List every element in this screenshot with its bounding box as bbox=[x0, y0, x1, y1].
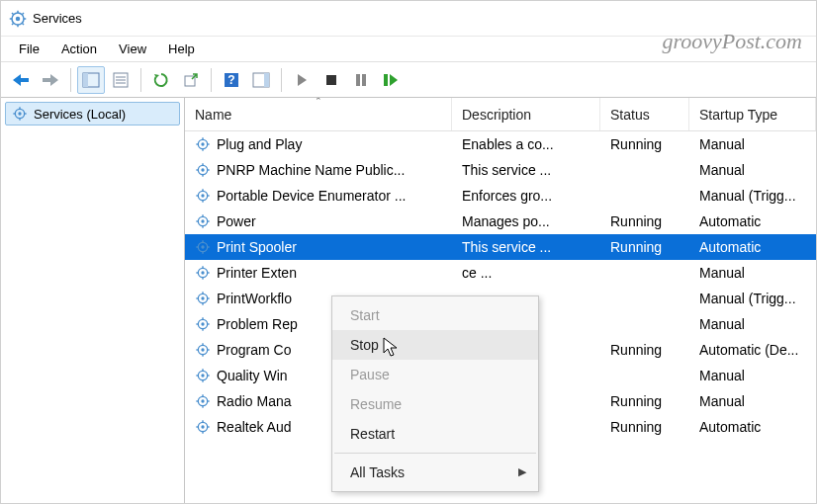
service-status-cell bbox=[600, 286, 689, 311]
context-menu-all-tasks[interactable]: All Tasks ▶ bbox=[332, 458, 538, 487]
column-status[interactable]: Status bbox=[600, 98, 689, 130]
back-button[interactable] bbox=[7, 66, 35, 94]
gear-icon bbox=[195, 239, 211, 255]
column-startup-type[interactable]: Startup Type bbox=[689, 98, 816, 130]
menu-action[interactable]: Action bbox=[51, 39, 107, 59]
window-title: Services bbox=[33, 11, 82, 26]
service-status-cell bbox=[600, 363, 689, 388]
help-button[interactable]: ? bbox=[218, 66, 245, 94]
export-button[interactable] bbox=[177, 66, 205, 94]
service-startup-cell: Manual (Trigg... bbox=[689, 286, 816, 311]
context-menu-restart[interactable]: Restart bbox=[332, 419, 538, 449]
service-name-cell: Printer Exten bbox=[185, 260, 452, 286]
show-hide-tree-button[interactable] bbox=[77, 66, 105, 94]
toolbar-separator bbox=[140, 68, 141, 92]
service-description-cell: ce ... bbox=[452, 260, 600, 286]
svg-rect-24 bbox=[384, 74, 388, 86]
context-menu-resume: Resume bbox=[332, 389, 538, 419]
service-row[interactable]: PowerManages po...RunningAutomatic bbox=[185, 209, 816, 234]
gear-icon bbox=[195, 136, 211, 152]
service-startup-cell: Manual bbox=[689, 157, 816, 183]
service-name: Quality Win bbox=[217, 368, 288, 383]
service-startup-cell: Manual (Trigg... bbox=[689, 183, 816, 209]
svg-rect-22 bbox=[356, 74, 360, 86]
gear-icon bbox=[195, 213, 211, 229]
tree-root-services-local[interactable]: Services (Local) bbox=[5, 102, 180, 126]
toolbar-separator bbox=[70, 68, 71, 92]
service-startup-cell: Manual bbox=[689, 260, 816, 286]
svg-rect-21 bbox=[326, 75, 336, 85]
gear-icon bbox=[195, 316, 211, 332]
service-context-menu: StartStopPauseResumeRestart All Tasks ▶ bbox=[331, 295, 539, 492]
menu-file[interactable]: File bbox=[9, 39, 49, 59]
context-menu-start: Start bbox=[332, 300, 538, 330]
grid-header: ⌃ Name Description Status Startup Type bbox=[185, 98, 816, 131]
properties-button[interactable] bbox=[107, 66, 135, 94]
services-app-icon bbox=[9, 10, 27, 28]
service-status-cell bbox=[600, 157, 689, 183]
service-startup-cell: Manual bbox=[689, 131, 816, 157]
service-startup-cell: Automatic bbox=[689, 414, 816, 440]
service-status-cell: Running bbox=[600, 234, 689, 260]
menu-view[interactable]: View bbox=[109, 39, 156, 59]
restart-service-button[interactable] bbox=[377, 66, 405, 94]
service-name: Portable Device Enumerator ... bbox=[217, 188, 406, 204]
refresh-button[interactable] bbox=[147, 66, 175, 94]
svg-point-98 bbox=[201, 425, 204, 428]
service-name-cell: Portable Device Enumerator ... bbox=[185, 183, 452, 209]
service-description-cell: Enables a co... bbox=[452, 131, 600, 157]
context-menu-stop[interactable]: Stop bbox=[332, 330, 538, 360]
svg-point-26 bbox=[18, 112, 21, 115]
service-row[interactable]: PNRP Machine Name Public...This service … bbox=[185, 157, 816, 183]
gear-icon bbox=[195, 265, 211, 281]
service-name: PNRP Machine Name Public... bbox=[217, 162, 405, 178]
svg-point-80 bbox=[201, 348, 204, 351]
svg-rect-23 bbox=[362, 74, 366, 86]
service-startup-cell: Manual bbox=[689, 388, 816, 414]
service-name: PrintWorkflo bbox=[217, 291, 292, 306]
context-menu-pause: Pause bbox=[332, 360, 538, 389]
service-description-cell: Manages po... bbox=[452, 209, 600, 234]
svg-point-38 bbox=[201, 168, 204, 171]
service-row[interactable]: Portable Device Enumerator ...Enforces g… bbox=[185, 183, 816, 209]
service-description-cell: This service ... bbox=[452, 234, 600, 260]
column-description[interactable]: Description bbox=[452, 98, 600, 130]
service-status-cell: Running bbox=[600, 209, 689, 234]
service-description-cell: Enforces gro... bbox=[452, 183, 600, 209]
service-row[interactable]: Print SpoolerThis service ...RunningAuto… bbox=[185, 234, 816, 260]
service-row[interactable]: Printer Extence ...Manual bbox=[185, 260, 816, 286]
menu-help[interactable]: Help bbox=[158, 39, 205, 59]
svg-point-56 bbox=[201, 245, 204, 248]
service-name: Problem Rep bbox=[217, 316, 298, 332]
service-name: Printer Exten bbox=[217, 265, 297, 281]
svg-point-44 bbox=[201, 194, 204, 197]
service-name: Radio Mana bbox=[217, 393, 292, 409]
gear-icon bbox=[195, 188, 211, 204]
action-pane-button[interactable] bbox=[247, 66, 275, 94]
gear-icon bbox=[195, 368, 211, 383]
svg-point-74 bbox=[201, 322, 204, 325]
console-tree: Services (Local) bbox=[1, 98, 185, 503]
column-name[interactable]: ⌃ Name bbox=[185, 98, 452, 130]
pause-service-button[interactable] bbox=[347, 66, 375, 94]
service-name: Program Co bbox=[217, 342, 291, 358]
titlebar: Services bbox=[1, 1, 816, 37]
menubar: File Action View Help bbox=[1, 37, 816, 62]
service-status-cell: Running bbox=[600, 388, 689, 414]
stop-service-button[interactable] bbox=[318, 66, 345, 94]
service-row[interactable]: Plug and PlayEnables a co...RunningManua… bbox=[185, 131, 816, 157]
svg-point-32 bbox=[201, 142, 204, 145]
service-name: Print Spooler bbox=[217, 239, 297, 255]
service-startup-cell: Automatic bbox=[689, 234, 816, 260]
svg-line-7 bbox=[23, 23, 25, 25]
svg-line-6 bbox=[12, 13, 14, 15]
toolbar: ? bbox=[1, 62, 816, 98]
svg-point-50 bbox=[201, 219, 204, 222]
forward-button[interactable] bbox=[37, 66, 64, 94]
gear-icon bbox=[12, 106, 28, 122]
service-startup-cell: Manual bbox=[689, 363, 816, 388]
start-service-button[interactable] bbox=[288, 66, 316, 94]
sort-indicator-icon: ⌃ bbox=[315, 98, 322, 106]
service-name: Plug and Play bbox=[217, 136, 302, 152]
svg-line-9 bbox=[23, 13, 25, 15]
